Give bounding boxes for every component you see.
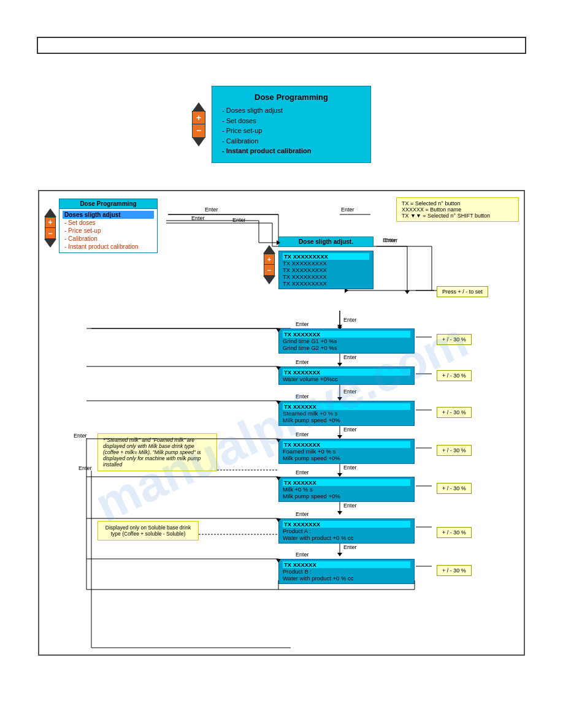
item-set-doses: - Set doses [222, 116, 361, 126]
steamed-row-0: TX XXXXXX [283, 403, 410, 410]
svg-text:Enter: Enter [383, 237, 396, 243]
steamed-screen: TX XXXXXX Steamed milk +0 % s Milk pump … [278, 401, 415, 426]
svg-text:Enter: Enter [385, 237, 398, 243]
grind-row-1: Grind time G1 +0 %s [283, 338, 410, 344]
water-screen-wrapper: TX XXXXXXX Water volume +0%cc [278, 366, 415, 385]
ds-plus-btn[interactable]: + [264, 254, 275, 265]
milk-adj-btn: + / - 30 % [437, 483, 472, 494]
svg-text:Enter: Enter [296, 511, 309, 517]
foamed-row-1: Foamed milk +0 % s [283, 448, 410, 455]
main-row-3: TX XXXXXXXXX [283, 273, 369, 280]
svg-text:Enter: Enter [343, 317, 357, 323]
producta-row-2: Water with product +0 % cc [283, 534, 410, 541]
flowchart-container: manualprive.com + − Dose Programming Dos… [38, 190, 525, 656]
svg-text:Enter: Enter [296, 393, 309, 400]
svg-text:Enter: Enter [341, 207, 354, 213]
left-minus-btn[interactable]: − [45, 228, 56, 239]
svg-text:Enter: Enter [296, 431, 309, 438]
svg-marker-25 [337, 553, 342, 556]
producta-row-0: TX XXXXXXX [283, 521, 410, 528]
left-menu-item-3: - Instant product calibration [63, 243, 154, 251]
svg-text:Enter: Enter [79, 465, 92, 471]
steamed-row-2: Milk pump speed +0% [283, 417, 410, 423]
minus-button-top[interactable]: − [192, 124, 205, 138]
milk-row-2: Milk pump speed +0% [283, 493, 410, 499]
top-border-box [37, 37, 526, 54]
water-row-0: TX XXXXXXX [283, 369, 410, 376]
svg-text:Enter: Enter [74, 433, 87, 439]
productb-row-0: TX XXXXXX [283, 561, 410, 568]
foamed-adj-btn: + / - 30 % [437, 445, 472, 456]
milk-row-0: TX XXXXXX [283, 479, 410, 486]
dose-slight-header: Dose sligth adjust. [278, 237, 373, 247]
arrow-down-icon [193, 138, 205, 146]
steamed-row-1: Steamed milk +0 % s [283, 410, 410, 417]
steamed-adj-btn: + / - 30 % [437, 407, 472, 418]
item-doses-slight: - Doses sligth adjust [222, 105, 361, 116]
left-menu-selected: Doses sligth adjust [63, 211, 154, 219]
grind-row-0: TX XXXXXXX [283, 331, 410, 338]
legend-box: TX = Selected n° button XXXXXX = Button … [396, 197, 519, 222]
main-screen-box: TX XXXXXXXXX TX XXXXXXXXX TX XXXXXXXXX T… [278, 251, 373, 289]
left-menu-item-1: - Price set-up [63, 227, 154, 235]
displayed-only-note: Displayed only on Soluble base drink typ… [98, 521, 199, 540]
productb-screen-wrapper: TX XXXXXX Product B : Water with product… [278, 559, 415, 584]
dose-programming-box: Dose Programming - Doses sligth adjust -… [212, 86, 371, 163]
left-panel: + − Dose Programming Doses sligth adjust… [44, 199, 158, 253]
svg-text:Enter: Enter [343, 389, 357, 395]
left-plus-btn[interactable]: + [45, 217, 56, 228]
water-row-1: Water volume +0%cc [283, 376, 410, 382]
milk-row-1: Milk +0 % s [283, 486, 410, 493]
producta-row-1: Product A : [283, 528, 410, 534]
left-menu-body: Doses sligth adjust - Set doses - Price … [59, 209, 158, 253]
milk-screen-wrapper: TX XXXXXX Milk +0 % s Milk pump speed +0… [278, 477, 415, 502]
arrow-up-icon [193, 102, 205, 111]
foamed-screen: TX XXXXXXX Foamed milk +0 % s Milk pump … [278, 439, 415, 464]
productb-screen: TX XXXXXX Product B : Water with product… [278, 559, 415, 584]
nav-arrows-top: + − [192, 102, 205, 146]
main-row-0: TX XXXXXXXXX [283, 253, 369, 260]
producta-screen: TX XXXXXXX Product A : Water with produc… [278, 518, 415, 544]
left-nav-arrows: + − [44, 208, 56, 248]
svg-text:Enter: Enter [296, 321, 309, 327]
grind-screen: TX XXXXXXX Grind time G1 +0 %s Grind tim… [278, 328, 415, 354]
milk-screen: TX XXXXXX Milk +0 % s Milk pump speed +0… [278, 477, 415, 502]
svg-marker-82 [405, 290, 410, 294]
producta-adj-btn: + / - 30 % [437, 527, 472, 538]
svg-text:Enter: Enter [343, 544, 357, 550]
plus-button-top[interactable]: + [192, 111, 205, 124]
left-arrow-down [44, 239, 56, 248]
producta-screen-wrapper: TX XXXXXXX Product A : Water with produc… [278, 518, 415, 544]
productb-row-2: Water with product +0 % cc [283, 575, 410, 582]
ds-arrow-up [263, 245, 275, 254]
steamed-screen-wrapper: TX XXXXXX Steamed milk +0 % s Milk pump … [278, 401, 415, 426]
left-arrow-up [44, 208, 56, 217]
svg-marker-22 [337, 511, 342, 515]
left-menu-header: Dose Programming [59, 199, 158, 209]
svg-text:Enter: Enter [205, 207, 218, 213]
left-menu-item-2: - Calibration [63, 235, 154, 243]
grind-screen-wrapper: TX XXXXXXX Grind time G1 +0 %s Grind tim… [278, 328, 415, 354]
main-row-1: TX XXXXXXXXX [283, 260, 369, 267]
ds-arrow-down [263, 276, 275, 284]
foamed-screen-wrapper: TX XXXXXXX Foamed milk +0 % s Milk pump … [278, 439, 415, 464]
main-row-2: TX XXXXXXXXX [283, 267, 369, 273]
svg-text:Enter: Enter [343, 464, 357, 471]
item-instant-cal: - Instant product calibration [222, 146, 361, 156]
legend-line-0: TX = Selected n° button [402, 200, 513, 207]
ds-minus-btn[interactable]: − [264, 265, 275, 276]
svg-text:Enter: Enter [191, 215, 205, 221]
dose-programming-title: Dose Programming [222, 93, 361, 102]
item-price-setup: - Price set-up [222, 126, 361, 136]
svg-text:Enter: Enter [296, 469, 309, 476]
grind-adj-btn: + / - 30 % [437, 334, 472, 345]
svg-text:Enter: Enter [343, 354, 357, 360]
svg-text:Enter: Enter [232, 217, 246, 223]
productb-row-1: Product B : [283, 568, 410, 575]
svg-text:Enter: Enter [296, 552, 309, 558]
water-screen: TX XXXXXXX Water volume +0%cc [278, 366, 415, 385]
dose-slight-arrows: + − [263, 245, 275, 284]
section1-diagram: + − Dose Programming - Doses sligth adju… [192, 86, 371, 163]
water-adj-btn: + / - 30 % [437, 370, 472, 381]
note-box: *"Steamed milk" and "Foamed milk" are di… [98, 433, 217, 471]
